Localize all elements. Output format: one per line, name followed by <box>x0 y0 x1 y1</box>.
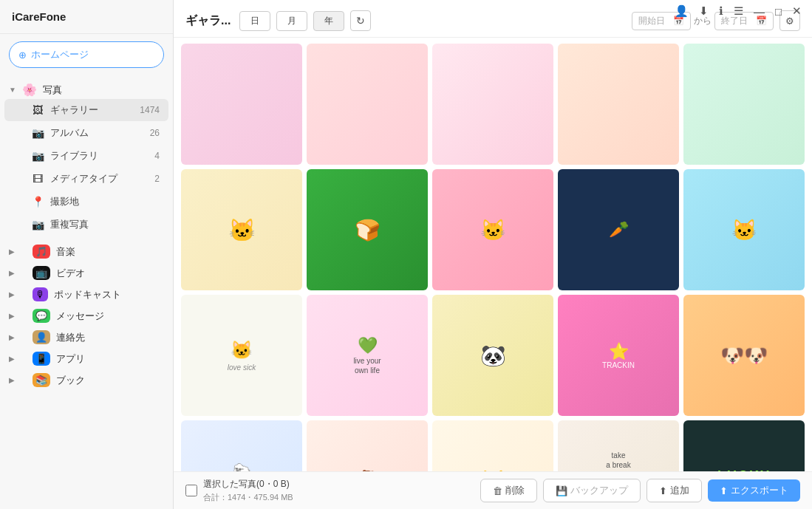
gallery-label: ギャラリー <box>50 103 134 117</box>
photos-icon: 🌸 <box>22 83 37 97</box>
photo-cell[interactable]: 🐱 <box>432 420 553 471</box>
tab-day[interactable]: 日 <box>239 11 270 31</box>
sidebar-section-podcast[interactable]: ▶ 🎙 ポッドキャスト <box>0 281 173 303</box>
main-content: 👤 ⬇ ℹ ☰ — □ ✕ ギャラ... 日 月 年 ↻ 開始日 📅 から 終了… <box>174 0 812 509</box>
photo-cell[interactable]: 🐼 <box>432 295 553 416</box>
bottom-bar: 選択した写真(0・0 B) 合計：1474・475.94 MB 🗑 削除 💾 バ… <box>174 471 812 509</box>
books-icon: 📚 <box>33 373 50 387</box>
sidebar-item-mediatype[interactable]: 🎞 メディアタイプ 2 <box>4 168 168 190</box>
photo-cell[interactable]: 🥕 <box>558 169 679 290</box>
add-label: 追加 <box>670 484 689 497</box>
location-icon: 📍 <box>31 196 44 208</box>
refresh-button[interactable]: ↻ <box>350 10 371 31</box>
books-label: ブック <box>56 374 164 387</box>
contacts-arrow: ▶ <box>9 333 15 341</box>
sidebar-section-photos[interactable]: ▼ 🌸 写真 <box>0 78 173 98</box>
duplicate-icon: 📷 <box>31 219 44 230</box>
sidebar-section-books[interactable]: ▶ 📚 ブック <box>0 367 173 389</box>
album-icon: 📷 <box>31 127 44 139</box>
music-icon: 🎵 <box>33 245 50 259</box>
photo-cell[interactable] <box>181 44 302 165</box>
photo-cell[interactable]: 💚 live yourown life <box>307 295 428 416</box>
sidebar-item-location[interactable]: 📍 撮影地 <box>4 191 168 213</box>
photo-cell[interactable]: 🐱 <box>181 169 302 290</box>
photo-cell[interactable] <box>432 44 553 165</box>
sidebar-section-apps[interactable]: ▶ 📱 アプリ <box>0 346 173 367</box>
photo-cell[interactable]: 🐱 <box>432 169 553 290</box>
tab-month[interactable]: 月 <box>276 11 307 31</box>
sidebar-section-messages[interactable]: ▶ 💬 メッセージ <box>0 303 173 324</box>
sidebar-section-contacts[interactable]: ▶ 👤 連絡先 <box>0 324 173 346</box>
gallery-count: 1474 <box>140 105 160 115</box>
backup-label: バックアップ <box>570 484 628 497</box>
contacts-label: 連絡先 <box>56 331 164 344</box>
photo-grid-container: 🐱 🍞 🐱 🥕 🐱 🐱 <box>174 38 812 471</box>
export-label: エクスポート <box>731 484 788 497</box>
minimize-icon[interactable]: — <box>754 5 765 18</box>
photo-cell[interactable] <box>683 44 805 165</box>
photo-cell-coffee[interactable]: take a break have a cup coffee ☕ <box>558 420 679 471</box>
photo-cell[interactable] <box>558 44 679 165</box>
messages-label: メッセージ <box>56 310 164 323</box>
contacts-icon: 👤 <box>33 330 50 344</box>
delete-label: 削除 <box>505 484 525 497</box>
info-icon[interactable]: ℹ <box>719 4 723 18</box>
tab-year[interactable]: 年 <box>313 11 344 31</box>
home-icon: ⊕ <box>18 49 27 61</box>
arrow-icon: ▼ <box>9 86 16 94</box>
music-label: 音楽 <box>56 245 164 259</box>
home-button[interactable]: ⊕ ホームページ <box>9 41 164 68</box>
video-label: ビデオ <box>56 267 164 280</box>
select-all-checkbox[interactable] <box>185 485 197 496</box>
sidebar-nav: ▼ 🌸 写真 🖼 ギャラリー 1474 📷 アルバム 26 📷 ライブラリ 4 … <box>0 75 173 509</box>
window-controls: 👤 ⬇ ℹ ☰ — □ ✕ <box>675 0 812 18</box>
sidebar: iCareFone ⊕ ホームページ ▼ 🌸 写真 🖼 ギャラリー 1474 📷… <box>0 0 174 509</box>
photo-cell[interactable]: LUCKY DOG <box>683 420 805 471</box>
apps-arrow: ▶ <box>9 355 15 363</box>
photo-cell[interactable]: 🐑 STAYCOOL <box>181 420 302 471</box>
mediatype-label: メディアタイプ <box>50 172 149 185</box>
add-icon: ⬆ <box>659 485 667 496</box>
messages-icon: 💬 <box>33 309 50 323</box>
maximize-icon[interactable]: □ <box>775 5 782 18</box>
add-button[interactable]: ⬆ 追加 <box>646 479 702 502</box>
download-icon[interactable]: ⬇ <box>699 4 709 18</box>
page-title: ギャラ... <box>185 13 231 29</box>
podcast-label: ポッドキャスト <box>54 288 164 301</box>
select-label: 選択した写真(0・0 B) <box>203 478 293 491</box>
refresh-icon: ↻ <box>356 15 365 27</box>
delete-button[interactable]: 🗑 削除 <box>480 479 537 502</box>
library-count: 4 <box>154 151 160 161</box>
photo-cell[interactable]: ⭐ TRACKIN <box>558 295 679 416</box>
user-icon[interactable]: 👤 <box>675 4 689 18</box>
podcast-icon: 🎙 <box>33 287 48 301</box>
sidebar-section-music[interactable]: ▶ 🎵 音楽 <box>0 239 173 260</box>
photo-cell[interactable]: 🍞 <box>307 169 428 290</box>
close-icon[interactable]: ✕ <box>792 4 802 18</box>
library-label: ライブラリ <box>50 149 149 163</box>
sidebar-section-video[interactable]: ▶ 📺 ビデオ <box>0 260 173 281</box>
podcast-arrow: ▶ <box>9 290 15 298</box>
photo-cell[interactable]: 🧸 <box>307 420 428 471</box>
sidebar-item-duplicate[interactable]: 📷 重複写真 <box>4 213 168 236</box>
album-label: アルバム <box>50 126 144 140</box>
export-button[interactable]: ⬆ エクスポート <box>708 479 800 502</box>
apps-label: アプリ <box>56 352 164 366</box>
photo-cell[interactable]: 🐶🐶 <box>683 295 805 416</box>
photos-section-label: 写真 <box>43 83 164 97</box>
location-label: 撮影地 <box>50 195 160 208</box>
backup-button[interactable]: 💾 バックアップ <box>543 479 641 502</box>
sidebar-item-library[interactable]: 📷 ライブラリ 4 <box>4 145 168 167</box>
home-label: ホームページ <box>31 48 89 61</box>
album-count: 26 <box>150 128 160 138</box>
date-start-label: 開始日 <box>638 15 665 27</box>
sidebar-item-gallery[interactable]: 🖼 ギャラリー 1474 <box>4 99 168 121</box>
music-arrow: ▶ <box>9 247 15 256</box>
photo-cell[interactable]: 🐱 love sick <box>181 295 302 416</box>
menu-icon[interactable]: ☰ <box>734 4 743 18</box>
sidebar-item-album[interactable]: 📷 アルバム 26 <box>4 122 168 144</box>
photo-cell[interactable] <box>307 44 428 165</box>
photo-cell[interactable]: 🐱 <box>683 169 805 290</box>
video-icon: 📺 <box>33 266 50 280</box>
apps-icon: 📱 <box>33 352 50 366</box>
